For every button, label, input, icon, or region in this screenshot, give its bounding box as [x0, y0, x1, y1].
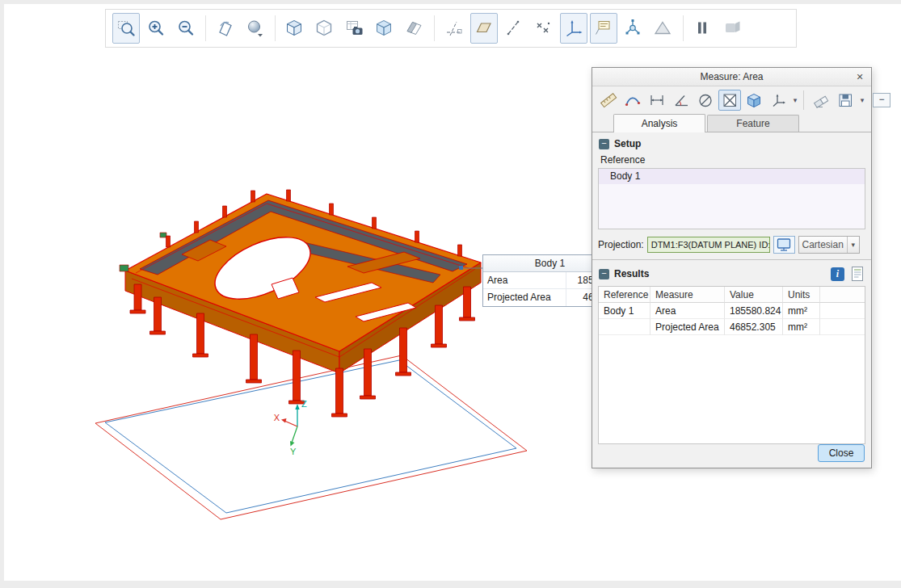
- cell-filler: [820, 303, 865, 319]
- measure-curve-length-button[interactable]: [621, 90, 644, 111]
- spin-center-button[interactable]: [620, 13, 647, 44]
- measure-area-dialog: Measure: Area ✕: [592, 67, 872, 468]
- spin-center-icon: [624, 19, 643, 38]
- section-icon: [405, 19, 424, 38]
- render-style-icon: [246, 19, 265, 38]
- close-icon[interactable]: ✕: [852, 69, 868, 84]
- results-section-header: − Results i: [592, 260, 871, 286]
- transparent-icon: [375, 19, 394, 38]
- collapse-panel-button[interactable]: −: [873, 93, 890, 107]
- annotation-display-button[interactable]: [590, 13, 617, 44]
- zoom-out-button[interactable]: [172, 13, 200, 44]
- measure-length-button[interactable]: [646, 90, 668, 111]
- cell-measure: Area: [650, 303, 725, 319]
- transparent-button[interactable]: [371, 13, 398, 44]
- projection-display-button[interactable]: [773, 236, 795, 254]
- measure-area-icon: [722, 92, 739, 109]
- monitor-icon: [776, 237, 792, 253]
- capture-button[interactable]: [341, 13, 368, 44]
- setup-collapse-toggle[interactable]: −: [599, 139, 609, 149]
- reference-list[interactable]: Body 1: [598, 168, 865, 229]
- model-body[interactable]: [120, 190, 481, 417]
- zoom-in-button[interactable]: [142, 13, 170, 44]
- pause-icon: [693, 19, 713, 38]
- axis-display-button[interactable]: [500, 13, 528, 44]
- zoom-region-icon: [116, 19, 136, 38]
- plane-display-button[interactable]: [470, 13, 498, 44]
- measure-area-button[interactable]: [718, 90, 741, 111]
- tab-feature[interactable]: Feature: [707, 115, 799, 132]
- triangle-display-icon: [654, 19, 673, 38]
- results-collapse-toggle[interactable]: −: [599, 269, 609, 279]
- toolbar-separator: [803, 90, 804, 110]
- triangle-display-button[interactable]: [650, 13, 677, 44]
- table-row[interactable]: Body 1 Area 185580.824 mm²: [599, 303, 865, 319]
- table-row[interactable]: Projected Area 46852.305 mm²: [599, 319, 865, 335]
- triad-y-label: Y: [290, 447, 297, 456]
- projection-field[interactable]: DTM1:F3(DATUM PLANE) ID:: [647, 237, 770, 253]
- datum-display-button[interactable]: [440, 13, 468, 44]
- repaint-icon: [216, 19, 235, 38]
- section-button[interactable]: [401, 13, 428, 44]
- coordinate-system-dropdown[interactable]: Cartesian ▾: [798, 236, 860, 254]
- shaded-edges-button[interactable]: [281, 13, 309, 44]
- measure-type-toolbar: ▾ ▾ −: [592, 86, 871, 114]
- save-measurement-button[interactable]: [834, 90, 857, 111]
- pause-button[interactable]: [689, 13, 717, 44]
- save-dropdown-icon[interactable]: ▾: [858, 96, 866, 104]
- measure-diameter-icon: [697, 92, 714, 109]
- tab-analysis[interactable]: Analysis: [613, 114, 705, 132]
- save-icon: [837, 92, 854, 109]
- wireframe-button[interactable]: [311, 13, 339, 44]
- measure-length-icon: [649, 92, 666, 109]
- graphics-toolbar: [105, 9, 797, 48]
- triad-x-label: X: [274, 413, 280, 422]
- setup-section-title: Setup: [614, 138, 641, 149]
- column-header[interactable]: Value: [725, 287, 783, 303]
- mode-3d-button[interactable]: [719, 13, 747, 44]
- tooltip-row-label: Projected Area: [483, 289, 566, 306]
- reference-label: Reference: [592, 153, 871, 168]
- zoom-out-icon: [176, 19, 196, 38]
- point-display-icon: [534, 19, 554, 38]
- point-display-button[interactable]: [530, 13, 558, 44]
- info-icon[interactable]: i: [831, 267, 844, 281]
- measure-angle-button[interactable]: [670, 90, 693, 111]
- measure-type-dropdown-icon[interactable]: ▾: [791, 96, 799, 104]
- dialog-titlebar[interactable]: Measure: Area ✕: [592, 68, 871, 86]
- column-header[interactable]: Reference: [599, 287, 650, 303]
- capture-icon: [345, 19, 364, 38]
- mode-3d-icon: [723, 19, 743, 38]
- datum-plane[interactable]: [95, 355, 527, 519]
- report-button[interactable]: [849, 266, 865, 282]
- column-header[interactable]: Units: [783, 287, 820, 303]
- axis-display-icon: [504, 19, 524, 38]
- zoom-region-button[interactable]: [112, 13, 140, 44]
- measure-distance-button[interactable]: [597, 90, 620, 111]
- measure-diameter-button[interactable]: [694, 90, 717, 111]
- cell-reference: [599, 319, 650, 335]
- measure-curve-length-icon: [625, 92, 642, 109]
- results-table[interactable]: Reference Measure Value Units Body 1 Are…: [598, 286, 865, 444]
- cell-filler: [820, 319, 865, 335]
- toolbar-separator: [683, 15, 684, 41]
- chevron-down-icon[interactable]: ▾: [847, 237, 859, 253]
- plane-display-icon: [474, 19, 494, 38]
- application-window: Z X Y: [0, 0, 901, 588]
- repaint-button[interactable]: [212, 13, 239, 44]
- measure-volume-button[interactable]: [743, 90, 765, 111]
- wireframe-icon: [315, 19, 335, 38]
- eraser-icon: [813, 92, 830, 109]
- cell-reference: Body 1: [599, 303, 650, 319]
- clear-measurements-button[interactable]: [810, 90, 832, 111]
- reference-list-item[interactable]: Body 1: [599, 169, 865, 184]
- column-header[interactable]: Measure: [650, 287, 725, 303]
- zoom-in-icon: [146, 19, 166, 38]
- csys-display-button[interactable]: [560, 13, 587, 44]
- toolbar-separator: [275, 15, 276, 41]
- measure-coordinate-button[interactable]: [767, 90, 789, 111]
- close-button[interactable]: Close: [818, 444, 865, 462]
- datum-display-icon: [444, 19, 464, 38]
- render-style-button[interactable]: [242, 13, 269, 44]
- projection-label: Projection:: [598, 239, 644, 250]
